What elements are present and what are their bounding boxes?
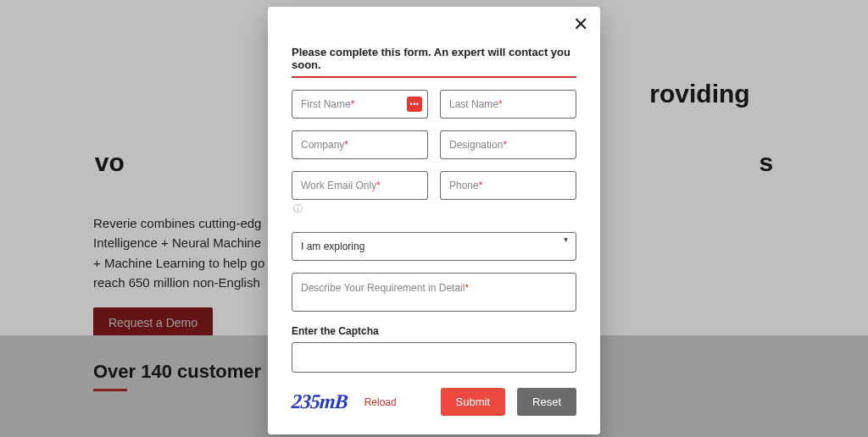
- phone-field[interactable]: Phone*: [440, 171, 576, 200]
- submit-button[interactable]: Submit: [441, 388, 505, 416]
- info-icon: ⓘ: [292, 202, 576, 215]
- email-input[interactable]: [301, 180, 419, 191]
- requirement-textarea[interactable]: Describe Your Requirement in Detail*: [292, 273, 576, 312]
- designation-field[interactable]: Designation*: [440, 130, 576, 159]
- first-name-input[interactable]: [301, 98, 419, 110]
- email-field[interactable]: Work Email Only*: [292, 171, 428, 200]
- contact-form-modal: ✕ Please complete this form. An expert w…: [268, 7, 600, 434]
- company-field[interactable]: Company*: [292, 130, 428, 159]
- password-manager-icon[interactable]: [407, 97, 422, 112]
- captcha-label: Enter the Captcha: [292, 325, 576, 337]
- requirement-placeholder: Describe Your Requirement in Detail*: [301, 282, 469, 294]
- phone-input[interactable]: [449, 180, 567, 191]
- captcha-input[interactable]: [292, 342, 576, 373]
- captcha-image: 235mB: [291, 390, 348, 413]
- close-icon[interactable]: ✕: [573, 15, 588, 34]
- company-input[interactable]: [301, 139, 419, 151]
- last-name-input[interactable]: [449, 98, 567, 110]
- reload-captcha-button[interactable]: Reload: [364, 396, 397, 408]
- modal-title: Please complete this form. An expert wil…: [292, 46, 576, 78]
- last-name-field[interactable]: Last Name*: [440, 90, 576, 119]
- exploring-select[interactable]: I am exploring: [292, 232, 576, 261]
- first-name-field[interactable]: First Name*: [292, 90, 428, 119]
- designation-input[interactable]: [449, 139, 567, 151]
- reset-button[interactable]: Reset: [517, 388, 576, 416]
